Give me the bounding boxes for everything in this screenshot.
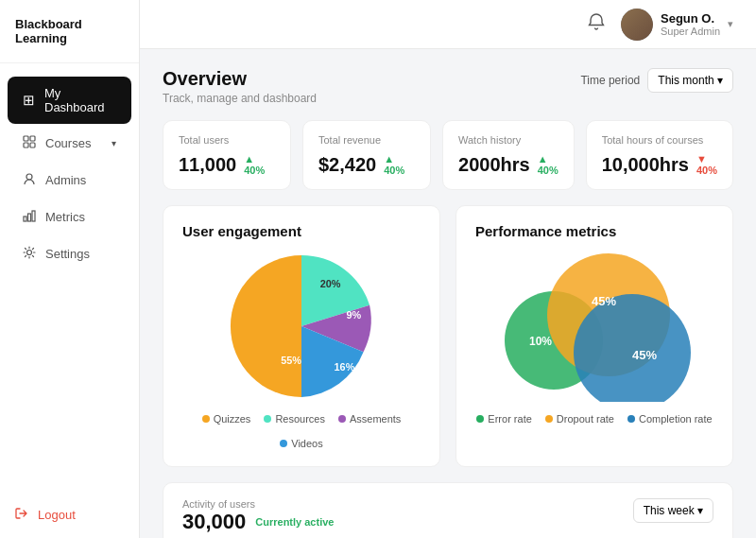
svg-rect-2	[24, 143, 28, 148]
logout-label: Logout	[38, 508, 76, 522]
settings-icon	[23, 246, 36, 262]
pie-chart-wrap: 55% 20% 9% 16% Quizzes Resources	[182, 251, 421, 449]
this-week-button[interactable]: This week ▾	[633, 498, 713, 523]
pie-chart: 55% 20% 9% 16%	[226, 251, 377, 402]
sidebar-item-admins[interactable]: Admins	[8, 163, 131, 198]
stat-card-course-hours: Total hours of courses 10,000hrs ▼ 40%	[586, 120, 733, 190]
page-header: Overview Track, manage and dashboard Tim…	[163, 68, 733, 105]
sidebar-item-label: My Dashboard	[44, 86, 116, 114]
stat-badge: ▼ 40%	[696, 153, 717, 176]
logout-button[interactable]: Logout	[0, 492, 139, 538]
legend-dropout-rate: Dropout rate	[545, 413, 614, 425]
venn-diagram: 10% 45% 45%	[486, 251, 703, 402]
charts-row: User engagement	[163, 205, 733, 467]
legend-assessments: Assements	[338, 413, 401, 425]
chart-title: User engagement	[182, 223, 421, 239]
stat-label: Watch history	[458, 134, 558, 146]
stat-value: 11,000	[179, 154, 236, 176]
svg-rect-3	[30, 143, 35, 148]
sidebar-item-dashboard[interactable]: ⊞ My Dashboard	[8, 77, 131, 124]
svg-rect-0	[24, 136, 28, 141]
stat-cards: Total users 11,000 ▲ 40% Total revenue $…	[163, 120, 733, 190]
page-title: Overview	[163, 68, 317, 90]
stat-value: 2000hrs	[458, 154, 530, 176]
svg-point-4	[26, 174, 32, 180]
avatar	[621, 9, 653, 41]
stat-card-watch-history: Watch history 2000hrs ▲ 40%	[442, 120, 575, 190]
svg-point-8	[27, 251, 32, 255]
page-subtitle: Track, manage and dashboard	[163, 92, 317, 105]
sidebar-item-metrics[interactable]: Metrics	[8, 200, 131, 234]
sidebar-item-label: Settings	[45, 247, 90, 261]
chart-title: Performance metrics	[475, 223, 713, 239]
sidebar-item-label: Metrics	[45, 210, 85, 224]
stat-value: 10,000hrs	[602, 154, 689, 176]
main-content: Segun O. Super Admin ▾ Overview Track, m…	[140, 0, 756, 538]
stat-value: $2,420	[318, 154, 376, 176]
svg-text:16%: 16%	[335, 361, 355, 373]
user-role: Super Admin	[661, 26, 720, 37]
venn-chart-wrap: 10% 45% 45% Error rate Dropout rate	[475, 251, 713, 425]
time-period-wrap: Time period This month ▾	[580, 68, 733, 93]
svg-rect-1	[30, 136, 35, 141]
sidebar-item-courses[interactable]: Courses ▾	[8, 126, 131, 161]
legend-quizzes: Quizzes	[202, 413, 251, 425]
sidebar-item-label: Courses	[45, 136, 91, 150]
svg-text:9%: 9%	[346, 309, 361, 321]
sidebar-item-settings[interactable]: Settings	[8, 236, 131, 271]
pie-legend: Quizzes Resources Assements Videos	[182, 413, 421, 449]
performance-metrics-card: Performance metrics 10% 45% 45%	[455, 205, 733, 467]
admins-icon	[23, 172, 36, 188]
stat-label: Total revenue	[318, 134, 415, 146]
svg-text:45%: 45%	[632, 348, 657, 362]
svg-text:20%: 20%	[320, 278, 341, 289]
user-menu[interactable]: Segun O. Super Admin ▾	[621, 9, 733, 41]
venn-legend: Error rate Dropout rate Completion rate	[476, 413, 712, 425]
time-period-label: Time period	[580, 74, 640, 87]
svg-rect-6	[28, 214, 31, 221]
courses-icon	[23, 135, 36, 151]
logo: Blackboard Learning	[0, 0, 139, 63]
stat-card-total-users: Total users 11,000 ▲ 40%	[163, 120, 291, 190]
activity-meta: Activity of users	[182, 498, 334, 510]
activity-section: Activity of users 30,000 Currently activ…	[163, 482, 733, 538]
time-period-button[interactable]: This month ▾	[647, 68, 733, 93]
stat-card-revenue: Total revenue $2,420 ▲ 40%	[302, 120, 431, 190]
stat-badge: ▲ 40%	[538, 153, 558, 176]
user-engagement-card: User engagement	[163, 205, 440, 467]
svg-text:55%: 55%	[281, 355, 301, 366]
activity-header: Activity of users 30,000 Currently activ…	[182, 498, 713, 538]
dashboard-icon: ⊞	[23, 92, 35, 109]
legend-resources: Resources	[264, 413, 325, 425]
legend-error-rate: Error rate	[476, 413, 531, 425]
notification-bell-icon[interactable]	[587, 12, 606, 36]
svg-rect-5	[24, 217, 26, 221]
topbar: Segun O. Super Admin ▾	[140, 0, 756, 49]
svg-rect-7	[32, 211, 35, 221]
legend-completion-rate: Completion rate	[627, 413, 713, 425]
user-menu-chevron-icon: ▾	[728, 18, 733, 30]
sidebar-nav: ⊞ My Dashboard Courses ▾ Admins Metrics	[0, 63, 139, 492]
activity-value: 30,000	[182, 510, 246, 534]
sidebar: Blackboard Learning ⊞ My Dashboard Cours…	[0, 0, 140, 538]
activity-badge: Currently active	[255, 516, 334, 528]
stat-label: Total hours of courses	[602, 134, 717, 146]
page-content: Overview Track, manage and dashboard Tim…	[140, 49, 756, 538]
legend-videos: Videos	[280, 438, 322, 449]
sidebar-item-label: Admins	[45, 173, 86, 187]
user-name: Segun O.	[661, 11, 720, 26]
chevron-down-icon: ▾	[112, 138, 116, 148]
logout-icon	[15, 507, 28, 523]
svg-text:10%: 10%	[529, 335, 552, 348]
stat-label: Total users	[179, 134, 275, 146]
stat-badge: ▲ 40%	[384, 153, 415, 176]
metrics-icon	[23, 209, 36, 225]
stat-badge: ▲ 40%	[244, 153, 275, 176]
svg-text:45%: 45%	[592, 294, 616, 308]
